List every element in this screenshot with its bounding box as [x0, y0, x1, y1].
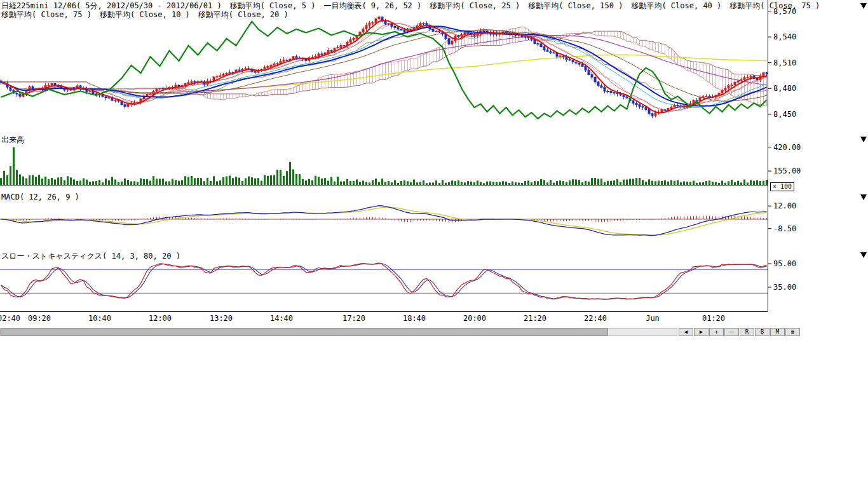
scrollbar-thumb[interactable]: [1, 329, 608, 336]
y-axis-label: 95.00: [773, 259, 796, 268]
legend-row-2: 移動平均( Close, 75 )移動平均( Close, 10 )移動平均( …: [1, 10, 297, 20]
chart-type-b-button[interactable]: B: [755, 328, 770, 336]
horizontal-scrollbar[interactable]: [0, 328, 677, 336]
y-axis-label: 420.00: [773, 143, 801, 152]
zoom-in-button[interactable]: +: [709, 328, 724, 336]
legend-item: 移動平均( Close, 75 ): [1, 10, 92, 19]
scroll-left-button[interactable]: ◀: [679, 328, 693, 336]
legend-item: 移動平均( Close, 20 ): [198, 10, 288, 19]
legend-item: 移動平均( Close, 150 ): [528, 1, 623, 10]
x-axis-label: 20:00: [463, 314, 486, 323]
volume-multiplier-badge: × 100: [770, 182, 794, 191]
chart-type-r-button[interactable]: R: [740, 328, 754, 336]
y-axis-label: 8,510: [773, 58, 796, 67]
legend-item: 移動平均( Close, 40 ): [631, 1, 721, 10]
y-axis-label: -8.50: [773, 224, 796, 233]
x-axis-label: 10:40: [88, 314, 111, 323]
x-axis-label: 17:20: [342, 314, 365, 323]
stoch-panel-arrow-button[interactable]: [860, 252, 867, 258]
x-axis-label: 02:40: [0, 314, 20, 323]
x-axis-label: 13:20: [210, 314, 233, 323]
chart-window: 日経225mini 12/06( 5分, 2012/05/30 - 2012/0…: [0, 0, 868, 488]
y-axis-label: 155.00: [773, 166, 801, 175]
volume-panel-title: 出来高: [1, 135, 24, 146]
legend-item: 一目均衡表( 9, 26, 52 ): [323, 1, 421, 10]
x-axis-label: 12:00: [149, 314, 172, 323]
y-axis-label: 35.00: [773, 283, 796, 292]
y-axis-label: 12.00: [773, 201, 796, 210]
price-panel-arrow-button[interactable]: [860, 3, 867, 9]
x-axis-label: 01:20: [702, 314, 725, 323]
legend-item: 移動平均( Close, 10 ): [100, 10, 190, 19]
scroll-right-button[interactable]: ▶: [694, 328, 709, 336]
chart-type-m-button[interactable]: M: [770, 328, 785, 336]
y-axis-label: 8,540: [773, 32, 796, 41]
menu-button[interactable]: ≣: [785, 328, 800, 336]
y-axis-label: 8,450: [773, 110, 796, 119]
chart-canvas[interactable]: [0, 0, 868, 325]
x-axis-label: 14:40: [270, 314, 293, 323]
macd-panel-arrow-button[interactable]: [860, 194, 867, 200]
x-axis-label: 22:40: [584, 314, 607, 323]
y-axis-label: 8,480: [773, 84, 796, 93]
chart-toolbar: ◀▶+−RBM≣: [679, 328, 801, 336]
volume-panel-arrow-button[interactable]: [860, 137, 867, 142]
macd-panel-title: MACD( 12, 26, 9 ): [1, 193, 79, 201]
y-axis-label: 8,570: [773, 7, 796, 16]
legend-item: 移動平均( Close, 5 ): [230, 1, 316, 10]
x-axis-label: Jun: [646, 314, 660, 323]
stoch-panel-title: スロー・ストキャスティクス( 14, 3, 80, 20 ): [1, 251, 180, 262]
legend-item: 日経225mini 12/06( 5分, 2012/05/30 - 2012/0…: [1, 1, 222, 10]
legend-item: 移動平均( Close, 25 ): [430, 1, 520, 10]
zoom-out-button[interactable]: −: [724, 328, 739, 336]
x-axis-label: 21:20: [524, 314, 546, 323]
x-axis-label: 09:20: [28, 314, 51, 323]
x-axis-label: 18:40: [403, 314, 426, 323]
